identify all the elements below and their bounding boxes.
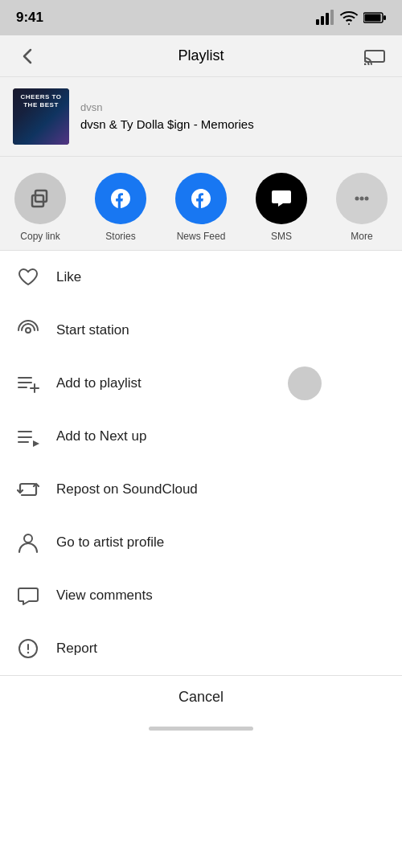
nav-bar: Playlist [0, 35, 402, 77]
track-details: dvsn dvsn & Ty Dolla $ign - Memories [80, 101, 389, 133]
svg-point-12 [355, 197, 359, 201]
svg-rect-3 [330, 10, 334, 25]
svg-point-28 [27, 652, 29, 653]
stories-facebook-icon [108, 186, 133, 211]
track-artwork: CHEERS TO THE BEST [13, 88, 69, 145]
track-artist: dvsn [80, 101, 389, 113]
artwork-text: CHEERS TO THE BEST [16, 93, 66, 108]
news-feed-icon-circle [175, 173, 227, 224]
start-station-label: Start station [56, 322, 129, 338]
svg-rect-2 [326, 13, 329, 25]
menu-item-add-playlist[interactable]: Add to playlist [0, 357, 402, 410]
wifi-icon [339, 8, 359, 27]
signal-icon [315, 8, 334, 27]
page-title: Playlist [178, 47, 224, 64]
menu-item-add-next-up[interactable]: Add to Next up [0, 410, 402, 463]
sms-icon [269, 186, 294, 211]
copy-link-label: Copy link [20, 231, 59, 242]
share-sms[interactable]: SMS [241, 173, 322, 242]
svg-rect-6 [365, 14, 381, 22]
menu-list: Like Start station Add to playlist [0, 251, 402, 675]
person-icon [16, 530, 40, 555]
add-to-playlist-label: Add to playlist [56, 375, 142, 391]
battery-icon [363, 11, 386, 24]
cast-button[interactable] [360, 42, 389, 71]
report-label: Report [56, 641, 97, 657]
news-feed-facebook-icon [188, 186, 214, 211]
status-icons [315, 8, 386, 27]
home-indicator [0, 719, 402, 742]
heart-icon [16, 265, 40, 289]
share-stories[interactable]: Stories [80, 173, 161, 242]
svg-rect-0 [316, 19, 319, 25]
back-button[interactable] [13, 42, 42, 71]
svg-marker-23 [33, 440, 39, 447]
menu-item-view-comments[interactable]: View comments [0, 569, 402, 622]
sms-icon-circle [256, 173, 307, 224]
menu-item-like[interactable]: Like [0, 251, 402, 304]
like-label: Like [56, 269, 81, 285]
radio-icon [16, 318, 40, 342]
copy-link-icon-circle [14, 173, 66, 224]
copy-link-icon [27, 186, 53, 211]
menu-item-artist-profile[interactable]: Go to artist profile [0, 516, 402, 569]
svg-point-9 [364, 63, 367, 65]
more-label: More [351, 231, 372, 242]
share-row: Copy link Stories News Feed SMS [0, 157, 402, 251]
svg-point-13 [360, 197, 364, 201]
cancel-section[interactable]: Cancel [0, 675, 402, 719]
repost-icon [16, 477, 40, 502]
svg-point-14 [365, 197, 369, 201]
next-up-icon [16, 424, 40, 448]
menu-item-report[interactable]: Report [0, 622, 402, 675]
report-icon [16, 637, 40, 661]
more-icon [349, 186, 375, 211]
repost-label: Repost on SoundCloud [56, 481, 198, 497]
svg-point-25 [24, 534, 32, 542]
svg-rect-7 [384, 15, 386, 20]
share-news-feed[interactable]: News Feed [161, 173, 241, 242]
svg-point-4 [348, 23, 350, 25]
menu-item-start-station[interactable]: Start station [0, 304, 402, 357]
add-playlist-icon [16, 371, 40, 395]
stories-icon-circle [95, 173, 146, 224]
menu-item-repost[interactable]: Repost on SoundCloud [0, 463, 402, 516]
stories-label: Stories [105, 231, 135, 242]
svg-rect-8 [365, 51, 384, 62]
share-copy-link[interactable]: Copy link [0, 173, 80, 242]
track-title: dvsn & Ty Dolla $ign - Memories [80, 117, 389, 133]
view-comments-label: View comments [56, 588, 153, 604]
svg-rect-1 [321, 16, 324, 25]
status-bar: 9:41 [0, 0, 402, 35]
share-more[interactable]: More [322, 173, 402, 242]
track-info: CHEERS TO THE BEST dvsn dvsn & Ty Dolla … [0, 77, 402, 157]
artist-profile-label: Go to artist profile [56, 534, 164, 551]
cancel-label: Cancel [178, 689, 224, 705]
add-next-up-label: Add to Next up [56, 428, 146, 444]
status-time: 9:41 [16, 10, 43, 26]
sms-label: SMS [271, 231, 292, 242]
bubble-hint [288, 366, 322, 400]
home-bar [149, 727, 253, 731]
news-feed-label: News Feed [177, 231, 226, 242]
comment-icon [16, 583, 40, 608]
more-icon-circle [336, 173, 388, 224]
svg-point-15 [26, 328, 31, 333]
